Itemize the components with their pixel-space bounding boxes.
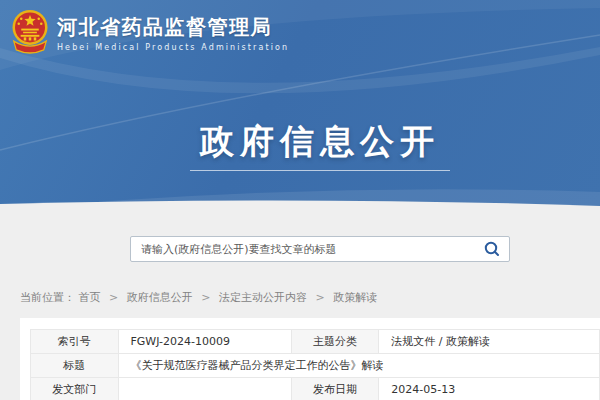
title-label: 标题 xyxy=(31,354,119,378)
topic-category-value: 法规文件 / 政策解读 xyxy=(379,330,600,354)
search-input[interactable] xyxy=(131,237,475,261)
breadcrumb-separator: > xyxy=(109,291,118,304)
issuing-department-value xyxy=(118,378,291,400)
header-banner: 河北省药品监督管理局 Hebei Medical Products Admini… xyxy=(0,0,600,210)
breadcrumb-item-statutory-content[interactable]: 法定主动公开内容 xyxy=(219,291,307,304)
breadcrumb-item-policy-interpretation[interactable]: 政策解读 xyxy=(333,291,377,304)
publish-date-label: 发布日期 xyxy=(291,378,379,400)
breadcrumb-label: 当前位置： xyxy=(20,291,75,304)
site-logo: 河北省药品监督管理局 Hebei Medical Products Admini… xyxy=(10,8,289,58)
breadcrumb-item-home[interactable]: 首页 xyxy=(79,291,101,304)
index-number-value: FGWJ-2024-10009 xyxy=(118,330,291,354)
search-icon xyxy=(483,240,501,258)
topic-category-label: 主题分类 xyxy=(291,330,379,354)
breadcrumb: 当前位置： 首页 > 政府信息公开 > 法定主动公开内容 > 政策解读 xyxy=(20,290,377,305)
document-info-table: 索引号 FGWJ-2024-10009 主题分类 法规文件 / 政策解读 标题 … xyxy=(30,329,600,400)
document-title-value: 《关于规范医疗器械产品分类界定工作的公告》解读 xyxy=(118,354,600,378)
title-underline xyxy=(190,170,450,171)
search-button[interactable] xyxy=(475,237,509,261)
org-name-cn: 河北省药品监督管理局 xyxy=(57,15,289,40)
page: 河北省药品监督管理局 Hebei Medical Products Admini… xyxy=(0,0,600,400)
china-national-emblem-icon xyxy=(10,8,50,58)
table-row: 索引号 FGWJ-2024-10009 主题分类 法规文件 / 政策解读 xyxy=(31,330,600,354)
org-name-en: Hebei Medical Products Administration xyxy=(57,43,289,52)
breadcrumb-separator: > xyxy=(201,291,210,304)
search-bar xyxy=(130,236,510,262)
publish-date-value: 2024-05-13 xyxy=(379,378,600,400)
page-title: 政府信息公开 xyxy=(40,119,600,165)
table-row: 发文部门 发布日期 2024-05-13 xyxy=(31,378,600,400)
breadcrumb-separator: > xyxy=(315,291,324,304)
issuing-department-label: 发文部门 xyxy=(31,378,119,400)
breadcrumb-item-info-disclosure[interactable]: 政府信息公开 xyxy=(127,291,193,304)
index-number-label: 索引号 xyxy=(31,330,119,354)
table-row: 标题 《关于规范医疗器械产品分类界定工作的公告》解读 xyxy=(31,354,600,378)
